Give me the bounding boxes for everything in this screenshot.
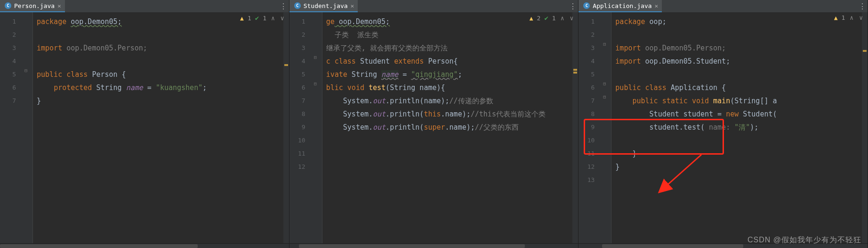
tabbar: C Student.java × ⋮: [289, 0, 579, 12]
error-stripe[interactable]: [572, 12, 578, 243]
fold-icon[interactable]: ⊟: [24, 68, 27, 73]
scrollbar-thumb[interactable]: [299, 244, 525, 248]
tab-label: Application.java: [593, 2, 651, 9]
editor-pane-person: C Person.java × ⋮ 1 2 3 4 5 6 7 ⊟ ▲1 ✔1 …: [0, 0, 289, 248]
tab-label: Student.java: [304, 2, 348, 9]
watermark-text: CSDN @假如我年少有为不轻狂: [747, 235, 861, 245]
fold-gutter: ⊟ ⊟ ⊟: [603, 12, 611, 243]
line-number: 1: [0, 15, 24, 28]
fold-gutter: ⊟: [24, 12, 33, 243]
horizontal-scrollbar[interactable]: [0, 243, 289, 248]
java-class-icon: C: [294, 2, 301, 9]
inspections-widget[interactable]: ▲2 ✔1 ∧ ∨: [530, 14, 575, 22]
fold-gutter: ⊟ ⊟: [314, 12, 322, 243]
fold-icon[interactable]: ⊟: [603, 41, 606, 47]
line-number: 7: [0, 94, 24, 107]
tab-label: Person.java: [14, 2, 55, 9]
inspections-widget[interactable]: ▲1 ∧ ∨: [834, 14, 864, 21]
java-class-icon: C: [583, 2, 590, 9]
tab-student-java[interactable]: C Student.java ×: [289, 0, 358, 12]
tab-application-java[interactable]: C Application.java ×: [579, 0, 662, 12]
code-area[interactable]: ▲1 ✔1 ∧ ∨ package oop.Demon05; import oo…: [33, 12, 289, 243]
close-icon[interactable]: ×: [351, 2, 354, 9]
fold-icon[interactable]: ⊟: [603, 81, 606, 86]
inspections-widget[interactable]: ▲1 ✔1 ∧ ∨: [240, 14, 285, 22]
error-stripe[interactable]: [283, 12, 289, 243]
warning-icon: ▲: [530, 15, 533, 22]
editor-pane-application: C Application.java × ⋮ 1 2 3 4 5 6 7 8 9…: [579, 0, 868, 248]
line-number: 6: [0, 81, 24, 94]
fold-icon[interactable]: ⊟: [314, 55, 317, 60]
line-number: 3: [0, 41, 24, 55]
prev-highlight-icon[interactable]: ∧: [849, 14, 854, 21]
line-gutter: 1 2 3 4 5 6 7 8 9 10 11 12: [289, 12, 314, 243]
more-icon[interactable]: ⋮: [278, 0, 289, 12]
scrollbar-thumb[interactable]: [602, 244, 743, 248]
line-gutter: 1 2 3 4 5 6 7 8 9 10 11 12 13: [579, 12, 603, 243]
close-icon[interactable]: ×: [57, 2, 61, 9]
editor[interactable]: 1 2 3 4 5 6 7 8 9 10 11 12 ⊟ ⊟ ▲2 ✔1 ∧ ∨: [289, 12, 579, 243]
warning-icon: ▲: [834, 14, 838, 21]
prev-highlight-icon[interactable]: ∧: [560, 15, 565, 22]
editor[interactable]: 1 2 3 4 5 6 7 ⊟ ▲1 ✔1 ∧ ∨ package oop.De…: [0, 12, 289, 243]
fold-icon[interactable]: ⊟: [603, 94, 606, 99]
editor[interactable]: 1 2 3 4 5 6 7 8 9 10 11 12 13 ⊟ ⊟ ⊟ ▲1 ∧: [579, 12, 868, 243]
more-icon[interactable]: ⋮: [856, 0, 868, 12]
code-area[interactable]: ▲1 ∧ ∨ package oop; import oop.Demon05.P…: [611, 12, 868, 243]
horizontal-scrollbar[interactable]: [289, 243, 579, 248]
next-highlight-icon[interactable]: ∨: [858, 14, 864, 21]
warning-count: 1: [248, 15, 251, 22]
tab-person-java[interactable]: C Person.java ×: [0, 0, 65, 12]
check-icon: ✔: [544, 14, 548, 22]
check-icon: ✔: [255, 14, 259, 22]
line-number: 5: [0, 68, 24, 81]
line-gutter: 1 2 3 4 5 6 7: [0, 12, 24, 243]
editor-pane-student: C Student.java × ⋮ 1 2 3 4 5 6 7 8 9 10 …: [289, 0, 579, 248]
fold-icon[interactable]: ⊟: [314, 81, 317, 86]
line-number: 2: [0, 28, 24, 41]
tabbar: C Person.java × ⋮: [0, 0, 289, 12]
code-area[interactable]: ▲2 ✔1 ∧ ∨ ge oop.Demon05; 子类 派生类 继承了父类, …: [322, 12, 579, 243]
close-icon[interactable]: ×: [655, 2, 659, 9]
error-stripe[interactable]: [862, 12, 868, 243]
warning-icon: ▲: [240, 15, 244, 22]
more-icon[interactable]: ⋮: [567, 0, 578, 12]
line-number: 4: [0, 55, 24, 68]
java-class-icon: C: [5, 2, 11, 9]
next-highlight-icon[interactable]: ∨: [569, 15, 575, 22]
tabbar: C Application.java × ⋮: [579, 0, 868, 12]
check-count: 1: [263, 15, 266, 22]
next-highlight-icon[interactable]: ∨: [280, 15, 285, 22]
prev-highlight-icon[interactable]: ∧: [270, 15, 276, 22]
scrollbar-thumb[interactable]: [0, 244, 198, 248]
